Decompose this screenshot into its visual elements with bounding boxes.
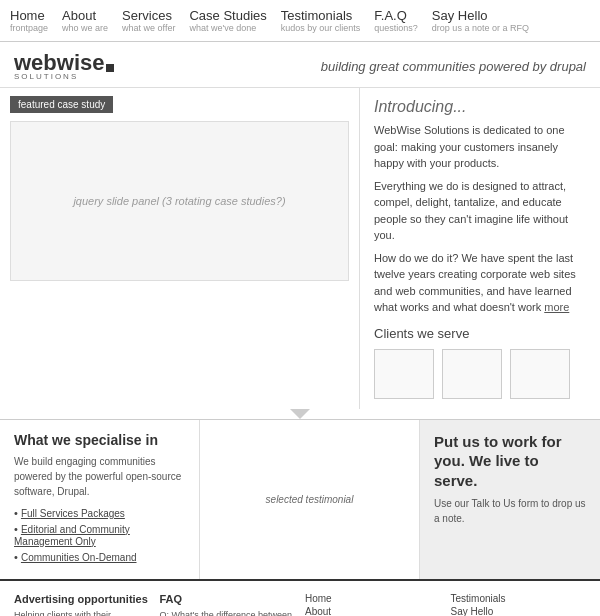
nav-item-faq[interactable]: F.A.Q questions?: [374, 4, 432, 37]
specialise-title: What we specialise in: [14, 432, 185, 448]
footer-advertising: Advertising opportunities Helping client…: [14, 593, 150, 617]
footer-advertising-text: Helping clients with their communities g…: [14, 609, 150, 617]
client-logo-3: [510, 349, 570, 399]
footer-links-col2: Testimonials Say Hello FAQ © WebWise Sol…: [451, 593, 587, 617]
logo-block-icon: [106, 64, 114, 72]
slideshow-text: jquery slide panel (3 rotating case stud…: [73, 195, 285, 207]
footer: Advertising opportunities Helping client…: [0, 579, 600, 617]
footer-faq-title: FAQ: [160, 593, 296, 605]
more-link[interactable]: more: [544, 301, 569, 313]
specialise-link-2[interactable]: Editorial and Community Management Only: [14, 523, 185, 547]
footer-link-about[interactable]: About: [305, 606, 441, 617]
clients-title: Clients we serve: [374, 326, 586, 341]
cta-text: Use our Talk to Us form to drop us a not…: [434, 496, 586, 526]
client-logo-1: [374, 349, 434, 399]
intro-paragraph-3: How do we do it? We have spent the last …: [374, 250, 586, 316]
client-logos: [374, 349, 586, 399]
specialise-text: We build engaging communities powered by…: [14, 454, 185, 499]
left-panel: featured case study jquery slide panel (…: [0, 88, 360, 409]
site-header: webwise SOLUTIONS building great communi…: [0, 42, 600, 88]
footer-advertising-title: Advertising opportunities: [14, 593, 150, 605]
featured-label: featured case study: [10, 96, 113, 113]
footer-faq-question: Q: What's the difference between a web c…: [160, 609, 296, 617]
testimonial-panel: selected testimonial: [200, 420, 420, 579]
intro-paragraph-2: Everything we do is designed to attract,…: [374, 178, 586, 244]
logo-text: webwise: [14, 52, 104, 74]
main-content: featured case study jquery slide panel (…: [0, 88, 600, 409]
slideshow-area[interactable]: jquery slide panel (3 rotating case stud…: [10, 121, 349, 281]
footer-links-col1: Home About Services Case Studies: [305, 593, 441, 617]
footer-faq: FAQ Q: What's the difference between a w…: [160, 593, 296, 617]
nav-item-about[interactable]: About who we are: [62, 4, 122, 37]
client-logo-2: [442, 349, 502, 399]
footer-link-testimonials[interactable]: Testimonials: [451, 593, 587, 604]
specialise-link-1[interactable]: Full Services Packages: [14, 507, 185, 519]
cta-title: Put us to work for you. We live to serve…: [434, 432, 586, 491]
intro-paragraph-1: WebWise Solutions is dedicated to one go…: [374, 122, 586, 172]
specialise-links: Full Services Packages Editorial and Com…: [14, 507, 185, 563]
nav-item-case-studies[interactable]: Case Studies what we've done: [189, 4, 280, 37]
cta-panel: Put us to work for you. We live to serve…: [420, 420, 600, 579]
arrow-down-icon: [290, 409, 310, 419]
specialise-panel: What we specialise in We build engaging …: [0, 420, 200, 579]
nav-item-services[interactable]: Services what we offer: [122, 4, 189, 37]
nav-item-testimonials[interactable]: Testimonials kudos by our clients: [281, 4, 375, 37]
footer-link-home[interactable]: Home: [305, 593, 441, 604]
nav-item-home[interactable]: Home frontpage: [10, 4, 62, 37]
logo: webwise SOLUTIONS: [14, 52, 114, 81]
nav-item-say-hello[interactable]: Say Hello drop us a note or a RFQ: [432, 4, 543, 37]
testimonial-text: selected testimonial: [266, 494, 354, 505]
clients-section: Clients we serve: [374, 326, 586, 399]
bottom-content: What we specialise in We build engaging …: [0, 419, 600, 579]
main-nav: Home frontpage About who we are Services…: [0, 0, 600, 42]
arrow-divider: [0, 409, 600, 419]
tagline: building great communities powered by dr…: [321, 59, 586, 74]
introducing-heading: Introducing...: [374, 98, 586, 116]
right-panel: Introducing... WebWise Solutions is dedi…: [360, 88, 600, 409]
footer-link-say-hello[interactable]: Say Hello: [451, 606, 587, 617]
specialise-link-3[interactable]: Communities On-Demand: [14, 551, 185, 563]
